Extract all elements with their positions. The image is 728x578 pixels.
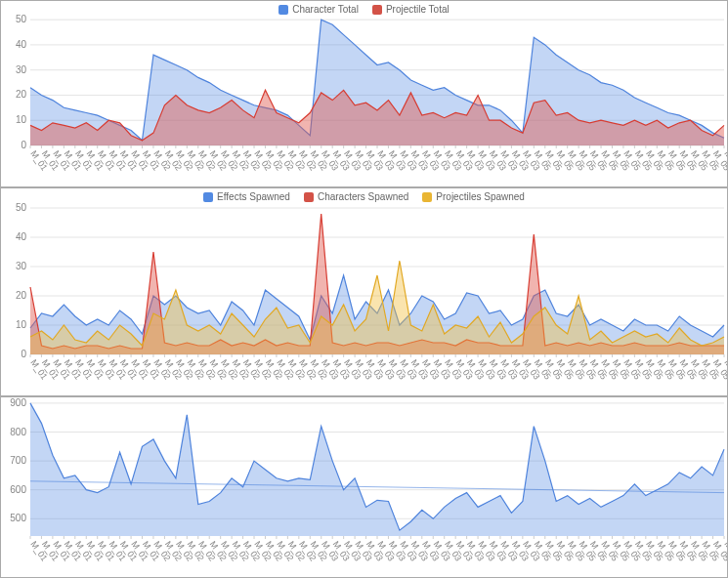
y-tick-label: 800	[10, 427, 26, 437]
legend-item: Projectile Total	[372, 4, 450, 15]
chart-svg: 01020304050M_01M_01M_01M_01M_01M_01M_01M…	[1, 202, 727, 393]
y-tick-label: 40	[16, 39, 27, 50]
legend-item: Effects Spawned	[203, 191, 290, 202]
legend-swatch	[278, 5, 288, 15]
series-area	[30, 261, 724, 354]
legend-label: Projectiles Spawned	[436, 191, 525, 202]
legend: Effects SpawnedCharacters SpawnedProject…	[1, 188, 727, 202]
legend: Character TotalProjectile Total	[1, 1, 727, 15]
chart-svg: 01020304050M_01M_01M_01M_01M_01M_01M_01M…	[1, 15, 727, 185]
y-tick-label: 10	[16, 114, 27, 125]
legend-item: Projectiles Spawned	[422, 191, 525, 202]
chart-svg: 500600700800900M_01M_01M_01M_01M_01M_01M…	[1, 397, 727, 575]
legend-label: Characters Spawned	[318, 191, 408, 202]
legend-swatch	[304, 192, 314, 202]
legend-label: Projectile Total	[386, 4, 450, 15]
legend-swatch	[203, 192, 213, 202]
legend-item: Characters Spawned	[304, 191, 408, 202]
legend-swatch	[422, 192, 432, 202]
y-tick-label: 50	[16, 15, 27, 24]
y-tick-label: 30	[16, 64, 27, 75]
y-tick-label: 900	[10, 397, 26, 408]
y-tick-label: 40	[16, 231, 27, 242]
y-tick-label: 0	[21, 349, 26, 359]
y-tick-label: 0	[21, 140, 26, 150]
chart-panel-2: 500600700800900M_01M_01M_01M_01M_01M_01M…	[0, 396, 728, 578]
legend-label: Effects Spawned	[217, 191, 290, 202]
y-tick-label: 600	[10, 484, 26, 495]
y-tick-label: 500	[10, 513, 26, 523]
legend-swatch	[372, 5, 382, 15]
legend-label: Character Total	[292, 4, 359, 15]
legend-item: Character Total	[278, 4, 359, 15]
chart-panel-0: Character TotalProjectile Total010203040…	[0, 0, 728, 187]
y-tick-label: 50	[16, 202, 27, 213]
y-tick-label: 20	[16, 290, 27, 301]
y-tick-label: 20	[16, 89, 27, 100]
chart-panel-1: Effects SpawnedCharacters SpawnedProject…	[0, 187, 728, 396]
series-area	[30, 403, 724, 536]
y-tick-label: 10	[16, 319, 27, 330]
y-tick-label: 700	[10, 455, 26, 466]
y-tick-label: 30	[16, 261, 27, 271]
